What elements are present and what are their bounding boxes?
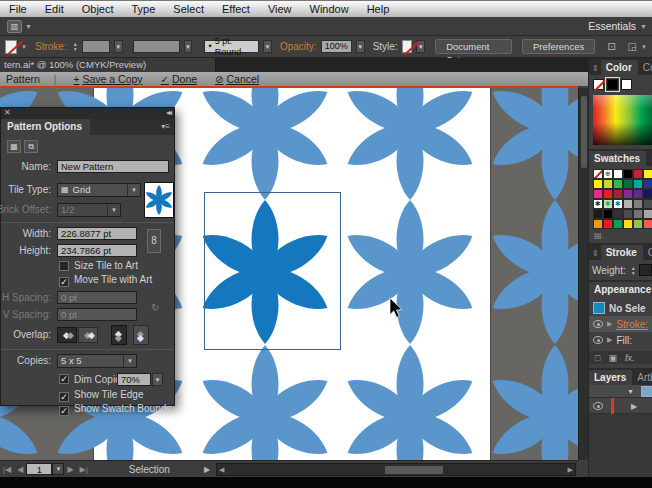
swatch[interactable] — [643, 179, 652, 189]
swatch[interactable] — [593, 209, 603, 219]
chevron-down-icon[interactable]: ▼ — [356, 40, 365, 53]
layer-visibility-eye-icon[interactable] — [593, 402, 603, 410]
swatch[interactable] — [613, 169, 623, 179]
isolate-selection-icon[interactable]: ◲ — [628, 41, 637, 52]
chevron-down-icon[interactable]: ▼ — [627, 388, 634, 395]
tab-artboards[interactable]: Artboa — [632, 370, 652, 385]
menu-item[interactable]: Window — [301, 1, 358, 17]
swatch[interactable] — [593, 219, 603, 229]
no-fill-swatch-icon[interactable] — [5, 40, 17, 54]
tab-color[interactable]: Color — [601, 60, 638, 75]
appearance-fill-label[interactable]: Fill: — [616, 335, 632, 346]
menu-item[interactable]: Help — [358, 1, 399, 17]
last-artboard-icon[interactable]: ▶| — [77, 465, 91, 474]
swatch[interactable] — [633, 199, 643, 209]
opacity-field[interactable]: 100% — [321, 40, 352, 53]
visibility-eye-icon[interactable] — [593, 320, 603, 328]
swatch[interactable] — [613, 179, 623, 189]
swatch[interactable] — [603, 219, 613, 229]
next-artboard-icon[interactable]: ▶ — [64, 465, 76, 474]
horizontal-scrollbar-thumb[interactable] — [385, 466, 443, 474]
swatch[interactable] — [623, 169, 633, 179]
swatch[interactable] — [593, 169, 603, 179]
swatch[interactable] — [603, 189, 613, 199]
horizontal-scrollbar[interactable]: ◀ ▶ — [216, 463, 576, 476]
weight-stepper[interactable]: ▲▼ — [631, 266, 636, 275]
cancel-button[interactable]: ⊘ Cancel — [215, 73, 259, 85]
disclosure-triangle-icon[interactable]: ▶ — [607, 336, 612, 344]
panel-title-bar[interactable]: ✕ ◂◂ — [1, 108, 174, 119]
swatch[interactable] — [633, 179, 643, 189]
menu-item[interactable]: Effect — [213, 1, 259, 17]
first-artboard-icon[interactable]: |◀ — [0, 465, 14, 474]
chevron-down-icon[interactable]: ▼ — [21, 44, 27, 50]
swatch[interactable]: ⊕ — [603, 169, 613, 179]
tile-type-dropdown[interactable]: ▦ Grid ▼ — [57, 183, 141, 197]
panel-menu-icon[interactable]: ▾≡ — [161, 122, 170, 131]
pattern-tile-tool-icon[interactable]: ▦ — [7, 140, 21, 153]
chevron-down-icon[interactable]: ▼ — [641, 44, 647, 50]
swatch-libraries-icon[interactable]: ▤. — [589, 229, 652, 240]
overlap-left-in-front-button[interactable]: ◆◆ — [57, 327, 77, 343]
swatch[interactable] — [633, 209, 643, 219]
name-input[interactable]: New Pattern — [57, 160, 169, 173]
swatch[interactable] — [623, 179, 633, 189]
add-effect-icon[interactable]: fx. — [625, 353, 635, 363]
white-swatch[interactable] — [621, 79, 632, 90]
show-swatch-bounds-checkbox[interactable]: ✓ — [59, 406, 69, 416]
arrange-documents-icon[interactable]: ▥ — [7, 20, 22, 33]
artboard-number-field[interactable]: 1 — [26, 463, 52, 475]
chevron-down-icon[interactable]: ▼ — [184, 40, 193, 53]
show-tile-edge-checkbox[interactable]: ✓ — [59, 392, 69, 402]
previous-artboard-icon[interactable]: ◀ — [14, 465, 26, 474]
swatch[interactable] — [603, 179, 613, 189]
stroke-label[interactable]: Stroke: — [35, 41, 67, 52]
swatch[interactable]: ✱ — [593, 199, 603, 209]
preferences-button[interactable]: Preferences — [522, 39, 595, 54]
appearance-stroke-row[interactable]: ▶ Stroke: — [589, 316, 652, 332]
tab-gradient[interactable]: Gradie — [643, 245, 652, 260]
collapse-to-icons-icon[interactable]: ◂◂ — [166, 108, 170, 117]
collapse-panel-icon[interactable]: ⇕ — [589, 249, 601, 260]
swatch[interactable] — [623, 199, 633, 209]
collapse-panel-icon[interactable]: ⇕ — [589, 64, 601, 75]
swatch[interactable]: ✱ — [603, 199, 613, 209]
tab-swatches[interactable]: Swatches — [589, 151, 646, 166]
document-tab[interactable]: tern.ai* @ 100% (CMYK/Preview) — [0, 58, 216, 72]
swatch[interactable] — [643, 209, 652, 219]
tab-stroke[interactable]: Stroke — [601, 245, 643, 260]
brush-definition-dropdown[interactable]: • 5 pt. Round — [204, 40, 258, 53]
weight-field[interactable] — [639, 264, 652, 276]
swatch[interactable] — [643, 189, 652, 199]
overlap-bottom-in-front-button[interactable]: ◆◆ — [133, 325, 149, 345]
overlap-right-in-front-button[interactable]: ◆◆ — [78, 327, 98, 343]
size-tile-to-art-row[interactable]: Size Tile to Art — [1, 260, 174, 274]
vertical-scrollbar[interactable] — [578, 88, 588, 460]
chevron-down-icon[interactable]: ▼ — [263, 40, 272, 53]
show-swatch-bounds-row[interactable]: ✓Show Swatch Bounds — [1, 403, 174, 417]
chevron-down-icon[interactable]: ▼ — [152, 373, 163, 386]
stroke-weight-stepper[interactable]: ▲▼ — [73, 42, 78, 51]
menu-item[interactable]: File — [0, 1, 36, 17]
workspace-switcher[interactable]: Essentials — [588, 20, 636, 32]
menu-item[interactable]: Object — [73, 1, 123, 17]
swatch[interactable] — [593, 179, 603, 189]
swatch[interactable] — [623, 219, 633, 229]
swatch[interactable] — [633, 189, 643, 199]
swatch[interactable] — [623, 209, 633, 219]
color-spectrum[interactable] — [593, 95, 652, 145]
swatch[interactable] — [593, 189, 603, 199]
tab-layers[interactable]: Layers — [589, 370, 632, 385]
black-swatch[interactable] — [607, 79, 618, 90]
copies-dropdown[interactable]: 5 x 5 ▼ — [57, 354, 137, 368]
scroll-right-icon[interactable]: ▶ — [568, 466, 573, 474]
swatch[interactable] — [613, 209, 623, 219]
disclosure-triangle-icon[interactable]: ▶ — [631, 402, 637, 411]
layer-row[interactable]: ▶ — [589, 398, 652, 414]
overlap-top-in-front-button[interactable]: ◆◆ — [111, 325, 127, 345]
status-menu-arrow-icon[interactable]: ▶ — [204, 465, 210, 474]
menu-item[interactable]: Edit — [36, 1, 73, 17]
menu-item[interactable]: View — [259, 1, 301, 17]
close-icon[interactable]: ✕ — [4, 108, 11, 117]
new-stroke-icon[interactable]: □ — [595, 353, 600, 363]
